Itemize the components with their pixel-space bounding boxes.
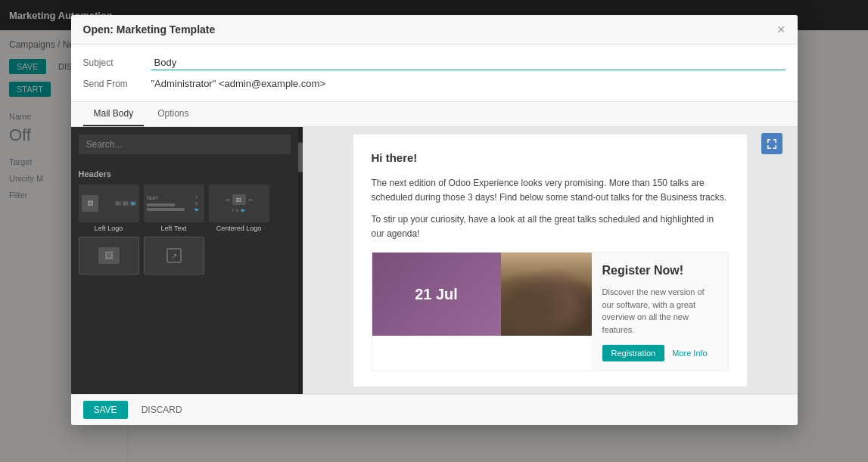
left-text-thumb: TEXT f in 🐦 xyxy=(144,184,204,222)
subject-label: Subject xyxy=(83,57,151,68)
template-panel-container: Headers 🖼 xyxy=(71,127,303,394)
tab-mail-body[interactable]: Mail Body xyxy=(83,102,145,126)
centered-logo-label: Centered Logo xyxy=(216,225,262,232)
send-from-row: Send From "Administrator" <admin@example… xyxy=(83,78,786,89)
email-event-section: 21 Jul Register Now! Discover the new ve… xyxy=(372,252,729,371)
event-info: Register Now! Discover the new version o… xyxy=(592,253,728,371)
email-body-2: To stir up your curiosity, have a look a… xyxy=(372,212,729,241)
event-title: Register Now! xyxy=(602,262,717,280)
template-item-link[interactable]: ↗ xyxy=(144,237,204,277)
register-button[interactable]: Registration xyxy=(602,345,665,361)
email-preview: Hi there! The next edition of Odoo Exper… xyxy=(353,135,747,386)
event-date: 21 Jul xyxy=(415,283,458,305)
second-row-thumbs: 🖼 ↗ xyxy=(79,237,291,277)
template-section-headers: Headers 🖼 xyxy=(71,162,298,281)
tab-options[interactable]: Options xyxy=(147,102,199,126)
more-info-button[interactable]: More Info xyxy=(672,349,707,358)
template-item-left-text[interactable]: TEXT f in 🐦 xyxy=(144,184,204,232)
preview-panel: Hi there! The next edition of Odoo Exper… xyxy=(303,127,798,394)
template-panel: Headers 🖼 xyxy=(71,127,298,394)
left-logo-thumb: 🖼 f in 🐦 xyxy=(79,184,139,222)
footer-discard-button[interactable]: DISCARD xyxy=(134,401,190,419)
expand-button[interactable] xyxy=(761,133,782,154)
tab-bar: Mail Body Options xyxy=(71,102,798,127)
centered-logo-thumb: 🖼 f in 🐦 xyxy=(209,184,269,222)
event-image: 21 Jul xyxy=(372,253,501,336)
send-from-label: Send From xyxy=(83,79,151,89)
modal-header: Open: Marketing Template × xyxy=(71,15,798,45)
left-text-label: Left Text xyxy=(161,225,187,232)
template-item-left-logo[interactable]: 🖼 f in 🐦 xyxy=(79,184,139,232)
email-greeting: Hi there! xyxy=(372,150,729,167)
modal-footer: SAVE DISCARD xyxy=(71,394,798,425)
event-buttons: Registration More Info xyxy=(602,345,717,361)
modal-close-button[interactable]: × xyxy=(777,23,786,36)
subject-input[interactable] xyxy=(151,55,786,70)
image-block-thumb: 🖼 xyxy=(79,237,139,274)
send-from-value: "Administrator" <admin@example.com> xyxy=(151,78,326,89)
event-conference-img xyxy=(501,253,592,336)
template-grid: 🖼 f in 🐦 xyxy=(79,184,291,232)
template-search-input[interactable] xyxy=(79,135,291,154)
left-logo-label: Left Logo xyxy=(95,225,123,232)
email-body-1: The next edition of Odoo Experience look… xyxy=(372,176,729,205)
modal-dialog: Open: Marketing Template × Subject Send … xyxy=(71,15,798,425)
event-desc: Discover the new version of our software… xyxy=(602,286,717,336)
search-area xyxy=(71,127,298,162)
footer-save-button[interactable]: SAVE xyxy=(83,401,128,419)
modal-overlay: Open: Marketing Template × Subject Send … xyxy=(0,0,868,462)
headers-section-title: Headers xyxy=(79,169,291,178)
modal-body: Headers 🖼 xyxy=(71,127,798,394)
modal-title: Open: Marketing Template xyxy=(83,23,216,36)
link-block-thumb: ↗ xyxy=(144,237,204,274)
template-item-centered-logo[interactable]: 🖼 f in 🐦 xyxy=(209,184,269,232)
template-item-image[interactable]: 🖼 xyxy=(79,237,139,277)
subject-row: Subject xyxy=(83,55,786,70)
modal-form: Subject Send From "Administrator" <admin… xyxy=(71,45,798,102)
